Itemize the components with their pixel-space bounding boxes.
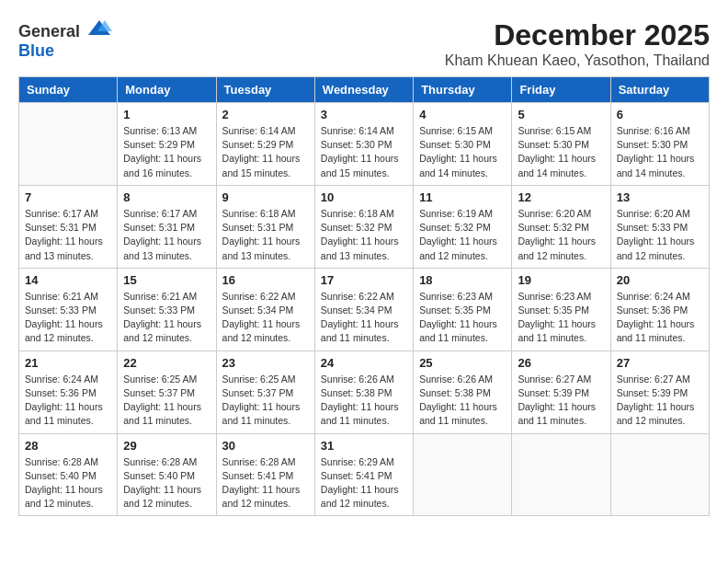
calendar-week-row: 21Sunrise: 6:24 AMSunset: 5:36 PMDayligh… <box>19 350 710 433</box>
weekday-header-row: SundayMondayTuesdayWednesdayThursdayFrid… <box>19 77 710 103</box>
calendar-cell: 3Sunrise: 6:14 AMSunset: 5:30 PMDaylight… <box>314 103 413 186</box>
day-info: Sunrise: 6:15 AMSunset: 5:30 PMDaylight:… <box>518 124 604 180</box>
day-info: Sunrise: 6:25 AMSunset: 5:37 PMDaylight:… <box>222 373 309 429</box>
day-number: 19 <box>518 273 604 287</box>
day-number: 15 <box>123 273 210 287</box>
day-info: Sunrise: 6:24 AMSunset: 5:36 PMDaylight:… <box>617 290 703 346</box>
day-number: 17 <box>321 273 407 287</box>
day-number: 26 <box>518 356 604 370</box>
day-number: 18 <box>419 273 506 287</box>
calendar-cell <box>512 433 610 516</box>
weekday-header-sunday: Sunday <box>19 77 118 103</box>
calendar-cell: 22Sunrise: 6:25 AMSunset: 5:37 PMDayligh… <box>118 350 216 433</box>
calendar-cell: 9Sunrise: 6:18 AMSunset: 5:31 PMDaylight… <box>216 185 314 268</box>
calendar-cell: 23Sunrise: 6:25 AMSunset: 5:37 PMDayligh… <box>216 350 314 433</box>
day-info: Sunrise: 6:25 AMSunset: 5:37 PMDaylight:… <box>123 373 210 429</box>
day-info: Sunrise: 6:23 AMSunset: 5:35 PMDaylight:… <box>518 290 604 346</box>
day-info: Sunrise: 6:16 AMSunset: 5:30 PMDaylight:… <box>617 124 703 180</box>
day-number: 22 <box>123 356 210 370</box>
day-number: 7 <box>25 190 111 204</box>
day-number: 25 <box>419 356 506 370</box>
calendar-week-row: 7Sunrise: 6:17 AMSunset: 5:31 PMDaylight… <box>19 185 710 268</box>
day-number: 20 <box>617 273 703 287</box>
calendar-cell: 8Sunrise: 6:17 AMSunset: 5:31 PMDaylight… <box>118 185 216 268</box>
day-number: 11 <box>419 190 506 204</box>
day-info: Sunrise: 6:15 AMSunset: 5:30 PMDaylight:… <box>419 124 506 180</box>
calendar-cell: 2Sunrise: 6:14 AMSunset: 5:29 PMDaylight… <box>216 103 314 186</box>
calendar-cell: 17Sunrise: 6:22 AMSunset: 5:34 PMDayligh… <box>314 268 413 350</box>
day-number: 21 <box>25 356 111 370</box>
weekday-header-monday: Monday <box>118 77 216 103</box>
calendar-cell: 16Sunrise: 6:22 AMSunset: 5:34 PMDayligh… <box>216 268 314 350</box>
day-info: Sunrise: 6:14 AMSunset: 5:30 PMDaylight:… <box>321 124 407 180</box>
day-info: Sunrise: 6:28 AMSunset: 5:40 PMDaylight:… <box>123 455 210 511</box>
day-number: 2 <box>222 108 309 121</box>
calendar-cell <box>19 103 118 186</box>
day-number: 8 <box>123 190 210 204</box>
day-number: 3 <box>321 108 407 121</box>
day-number: 27 <box>617 356 703 370</box>
main-title: December 2025 <box>445 18 710 52</box>
calendar-cell: 11Sunrise: 6:19 AMSunset: 5:32 PMDayligh… <box>414 185 512 268</box>
logo-icon <box>86 18 112 37</box>
day-info: Sunrise: 6:27 AMSunset: 5:39 PMDaylight:… <box>617 373 703 429</box>
day-number: 30 <box>222 439 309 453</box>
day-info: Sunrise: 6:21 AMSunset: 5:33 PMDaylight:… <box>123 290 210 346</box>
day-info: Sunrise: 6:22 AMSunset: 5:34 PMDaylight:… <box>222 290 309 346</box>
day-info: Sunrise: 6:18 AMSunset: 5:31 PMDaylight:… <box>222 207 309 263</box>
day-number: 16 <box>222 273 309 287</box>
calendar-cell: 26Sunrise: 6:27 AMSunset: 5:39 PMDayligh… <box>512 350 610 433</box>
day-number: 13 <box>617 190 703 204</box>
logo-text: General Blue <box>18 18 112 61</box>
weekday-header-wednesday: Wednesday <box>314 77 413 103</box>
calendar-cell: 25Sunrise: 6:26 AMSunset: 5:38 PMDayligh… <box>414 350 512 433</box>
day-info: Sunrise: 6:20 AMSunset: 5:33 PMDaylight:… <box>617 207 703 263</box>
calendar-cell: 12Sunrise: 6:20 AMSunset: 5:32 PMDayligh… <box>512 185 610 268</box>
day-info: Sunrise: 6:17 AMSunset: 5:31 PMDaylight:… <box>25 207 111 263</box>
calendar-cell: 29Sunrise: 6:28 AMSunset: 5:40 PMDayligh… <box>118 433 216 516</box>
day-number: 12 <box>518 190 604 204</box>
logo-general: General <box>18 22 80 40</box>
day-number: 6 <box>617 108 703 121</box>
calendar-cell <box>610 433 709 516</box>
calendar-cell: 30Sunrise: 6:28 AMSunset: 5:41 PMDayligh… <box>216 433 314 516</box>
day-number: 29 <box>123 439 210 453</box>
day-number: 14 <box>25 273 111 287</box>
calendar-cell: 31Sunrise: 6:29 AMSunset: 5:41 PMDayligh… <box>314 433 413 516</box>
day-info: Sunrise: 6:23 AMSunset: 5:35 PMDaylight:… <box>419 290 506 346</box>
calendar-cell: 20Sunrise: 6:24 AMSunset: 5:36 PMDayligh… <box>610 268 709 350</box>
calendar-cell <box>414 433 512 516</box>
calendar-cell: 7Sunrise: 6:17 AMSunset: 5:31 PMDaylight… <box>19 185 118 268</box>
calendar-cell: 18Sunrise: 6:23 AMSunset: 5:35 PMDayligh… <box>414 268 512 350</box>
day-info: Sunrise: 6:28 AMSunset: 5:40 PMDaylight:… <box>25 455 111 511</box>
calendar-cell: 27Sunrise: 6:27 AMSunset: 5:39 PMDayligh… <box>610 350 709 433</box>
day-info: Sunrise: 6:26 AMSunset: 5:38 PMDaylight:… <box>321 373 407 429</box>
day-info: Sunrise: 6:13 AMSunset: 5:29 PMDaylight:… <box>123 124 210 180</box>
logo-blue: Blue <box>18 41 54 60</box>
day-number: 4 <box>419 108 506 121</box>
day-info: Sunrise: 6:20 AMSunset: 5:32 PMDaylight:… <box>518 207 604 263</box>
calendar-cell: 10Sunrise: 6:18 AMSunset: 5:32 PMDayligh… <box>314 185 413 268</box>
calendar-table: SundayMondayTuesdayWednesdayThursdayFrid… <box>18 76 710 516</box>
title-section: December 2025 Kham Khuean Kaeo, Yasothon… <box>445 18 710 69</box>
page-header: General Blue December 2025 Kham Khuean K… <box>18 18 710 69</box>
calendar-week-row: 1Sunrise: 6:13 AMSunset: 5:29 PMDaylight… <box>19 103 710 186</box>
day-info: Sunrise: 6:19 AMSunset: 5:32 PMDaylight:… <box>419 207 506 263</box>
calendar-cell: 1Sunrise: 6:13 AMSunset: 5:29 PMDaylight… <box>118 103 216 186</box>
day-info: Sunrise: 6:17 AMSunset: 5:31 PMDaylight:… <box>123 207 210 263</box>
day-info: Sunrise: 6:24 AMSunset: 5:36 PMDaylight:… <box>25 373 111 429</box>
day-info: Sunrise: 6:14 AMSunset: 5:29 PMDaylight:… <box>222 124 309 180</box>
calendar-cell: 28Sunrise: 6:28 AMSunset: 5:40 PMDayligh… <box>19 433 118 516</box>
day-number: 23 <box>222 356 309 370</box>
calendar-cell: 13Sunrise: 6:20 AMSunset: 5:33 PMDayligh… <box>610 185 709 268</box>
calendar-cell: 19Sunrise: 6:23 AMSunset: 5:35 PMDayligh… <box>512 268 610 350</box>
calendar-cell: 5Sunrise: 6:15 AMSunset: 5:30 PMDaylight… <box>512 103 610 186</box>
weekday-header-friday: Friday <box>512 77 610 103</box>
calendar-cell: 6Sunrise: 6:16 AMSunset: 5:30 PMDaylight… <box>610 103 709 186</box>
day-info: Sunrise: 6:22 AMSunset: 5:34 PMDaylight:… <box>321 290 407 346</box>
day-info: Sunrise: 6:21 AMSunset: 5:33 PMDaylight:… <box>25 290 111 346</box>
calendar-cell: 14Sunrise: 6:21 AMSunset: 5:33 PMDayligh… <box>19 268 118 350</box>
logo: General Blue <box>18 18 112 61</box>
day-number: 24 <box>321 356 407 370</box>
day-number: 1 <box>123 108 210 121</box>
